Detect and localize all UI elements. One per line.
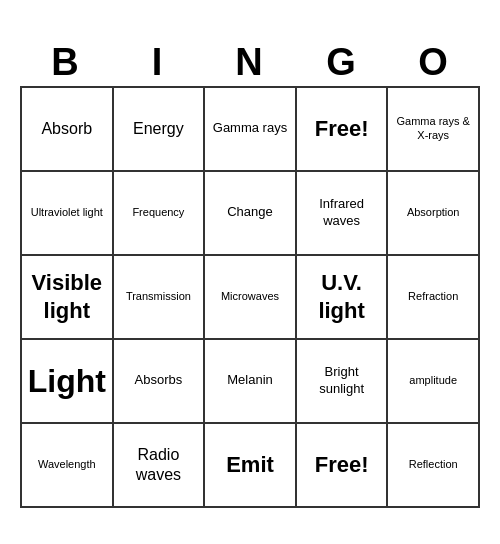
- bingo-cell: Ultraviolet light: [22, 172, 114, 256]
- bingo-cell: Change: [205, 172, 297, 256]
- bingo-cell: Light: [22, 340, 114, 424]
- bingo-cell: Infrared waves: [297, 172, 389, 256]
- bingo-cell: Microwaves: [205, 256, 297, 340]
- bingo-header: BINGO: [20, 37, 480, 86]
- bingo-cell: Visible light: [22, 256, 114, 340]
- bingo-cell: Absorbs: [114, 340, 206, 424]
- bingo-cell: Refraction: [388, 256, 480, 340]
- header-letter: N: [204, 37, 296, 86]
- bingo-cell: Free!: [297, 424, 389, 508]
- bingo-cell: Radio waves: [114, 424, 206, 508]
- bingo-cell: Melanin: [205, 340, 297, 424]
- header-letter: I: [112, 37, 204, 86]
- bingo-cell: Wavelength: [22, 424, 114, 508]
- header-letter: B: [20, 37, 112, 86]
- bingo-cell: Frequency: [114, 172, 206, 256]
- header-letter: G: [296, 37, 388, 86]
- bingo-cell: Absorption: [388, 172, 480, 256]
- bingo-cell: Transmission: [114, 256, 206, 340]
- bingo-cell: U.V. light: [297, 256, 389, 340]
- bingo-cell: Gamma rays & X-rays: [388, 88, 480, 172]
- bingo-cell: Absorb: [22, 88, 114, 172]
- bingo-cell: Bright sunlight: [297, 340, 389, 424]
- bingo-grid: AbsorbEnergyGamma raysFree!Gamma rays & …: [20, 86, 480, 508]
- bingo-cell: Free!: [297, 88, 389, 172]
- bingo-cell: Gamma rays: [205, 88, 297, 172]
- header-letter: O: [388, 37, 480, 86]
- bingo-cell: Emit: [205, 424, 297, 508]
- bingo-cell: Reflection: [388, 424, 480, 508]
- bingo-cell: amplitude: [388, 340, 480, 424]
- bingo-card: BINGO AbsorbEnergyGamma raysFree!Gamma r…: [20, 37, 480, 508]
- bingo-cell: Energy: [114, 88, 206, 172]
